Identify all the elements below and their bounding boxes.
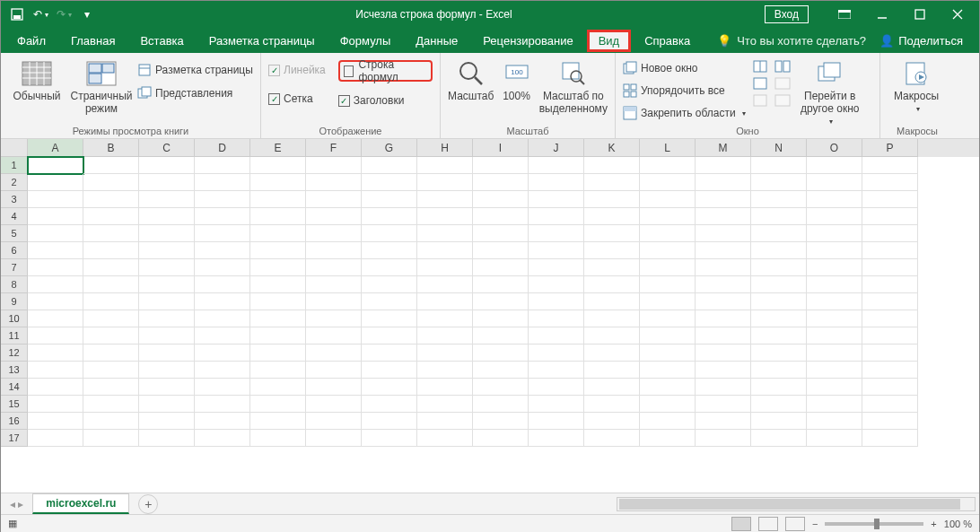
minimize-button[interactable] — [864, 1, 900, 28]
zoom-level[interactable]: 100 % — [944, 519, 972, 529]
row-header[interactable]: 6 — [1, 242, 28, 259]
cell[interactable] — [250, 413, 306, 430]
ribbon-options-icon[interactable] — [827, 1, 862, 28]
cell[interactable] — [696, 396, 751, 413]
cell[interactable] — [529, 430, 584, 447]
switch-windows-button[interactable]: Перейти в другое окно — [798, 57, 862, 126]
cell[interactable] — [529, 327, 584, 344]
cell[interactable] — [696, 276, 751, 293]
cell[interactable] — [362, 225, 417, 242]
cell[interactable] — [250, 430, 306, 447]
select-all-corner[interactable] — [1, 139, 28, 157]
cell[interactable] — [250, 157, 306, 174]
cell[interactable] — [862, 413, 918, 430]
cell[interactable] — [362, 310, 417, 327]
cell[interactable] — [529, 259, 584, 276]
tab-data[interactable]: Данные — [405, 31, 468, 51]
cell[interactable] — [250, 276, 306, 293]
cell[interactable] — [28, 310, 83, 327]
cell[interactable] — [696, 225, 751, 242]
cell[interactable] — [139, 225, 195, 242]
cell[interactable] — [473, 413, 529, 430]
tab-formulas[interactable]: Формулы — [329, 31, 402, 51]
cell[interactable] — [28, 174, 83, 191]
cell[interactable] — [529, 225, 584, 242]
zoom-out-button[interactable]: − — [812, 519, 818, 529]
gridlines-checkbox[interactable]: Сетка — [268, 89, 326, 109]
cell[interactable] — [862, 276, 918, 293]
col-header[interactable]: A — [28, 139, 83, 157]
cell[interactable] — [139, 259, 195, 276]
cell[interactable] — [139, 191, 195, 208]
cell[interactable] — [362, 242, 417, 259]
cell[interactable] — [473, 344, 529, 362]
cell[interactable] — [751, 379, 807, 396]
cell[interactable] — [139, 396, 195, 413]
zoom-button[interactable]: Масштаб — [448, 57, 494, 103]
qat-customize-icon[interactable]: ▾ — [76, 4, 98, 25]
cell[interactable] — [807, 362, 862, 379]
cell[interactable] — [751, 276, 807, 293]
cell[interactable] — [28, 259, 83, 276]
cell[interactable] — [83, 362, 139, 379]
cell[interactable] — [250, 293, 306, 310]
cell[interactable] — [584, 344, 640, 362]
cell[interactable] — [584, 157, 640, 174]
cell[interactable] — [195, 157, 250, 174]
cell[interactable] — [529, 362, 584, 379]
cell[interactable] — [529, 396, 584, 413]
cell[interactable] — [529, 208, 584, 225]
cell[interactable] — [696, 208, 751, 225]
cell[interactable] — [362, 396, 417, 413]
cell[interactable] — [306, 310, 362, 327]
cell[interactable] — [195, 327, 250, 344]
cell[interactable] — [250, 396, 306, 413]
cell[interactable] — [696, 157, 751, 174]
cell[interactable] — [306, 157, 362, 174]
save-icon[interactable] — [6, 4, 28, 25]
cell[interactable] — [139, 362, 195, 379]
cell[interactable] — [83, 344, 139, 362]
cell[interactable] — [640, 310, 696, 327]
cell[interactable] — [584, 362, 640, 379]
cell[interactable] — [640, 344, 696, 362]
cell[interactable] — [807, 430, 862, 447]
cell[interactable] — [139, 174, 195, 191]
cell[interactable] — [473, 293, 529, 310]
cell[interactable] — [362, 259, 417, 276]
cell[interactable] — [751, 174, 807, 191]
cell[interactable] — [139, 208, 195, 225]
sheet-tab[interactable]: microexcel.ru — [32, 493, 129, 514]
page-break-view-button[interactable]: Страничный режим — [73, 57, 130, 116]
cell[interactable] — [696, 327, 751, 344]
cell[interactable] — [28, 157, 83, 174]
cell[interactable] — [250, 191, 306, 208]
arrange-all-button[interactable]: Упорядочить все — [623, 81, 746, 100]
headings-checkbox[interactable]: Заголовки — [338, 91, 433, 110]
tab-nav[interactable]: ◂ ▸ — [1, 498, 32, 510]
row-header[interactable]: 16 — [1, 413, 28, 430]
row-header[interactable]: 11 — [1, 327, 28, 344]
cell[interactable] — [195, 276, 250, 293]
cell[interactable] — [83, 157, 139, 174]
cell[interactable] — [473, 225, 529, 242]
cell[interactable] — [862, 327, 918, 344]
row-header[interactable]: 3 — [1, 191, 28, 208]
cell[interactable] — [362, 208, 417, 225]
col-header[interactable]: B — [83, 139, 139, 157]
row-headers[interactable]: 1234567891011121314151617 — [1, 157, 28, 447]
zoom-in-button[interactable]: + — [931, 519, 936, 529]
cell[interactable] — [195, 413, 250, 430]
cell[interactable] — [139, 327, 195, 344]
page-layout-view-button[interactable]: Разметка страницы — [137, 60, 253, 80]
tab-insert[interactable]: Вставка — [129, 31, 194, 51]
cell[interactable] — [306, 379, 362, 396]
cell[interactable] — [306, 430, 362, 447]
col-header[interactable]: F — [306, 139, 362, 157]
cell[interactable] — [417, 379, 473, 396]
cell[interactable] — [640, 430, 696, 447]
cell[interactable] — [751, 310, 807, 327]
cell[interactable] — [250, 379, 306, 396]
cell[interactable] — [640, 362, 696, 379]
cell[interactable] — [529, 191, 584, 208]
